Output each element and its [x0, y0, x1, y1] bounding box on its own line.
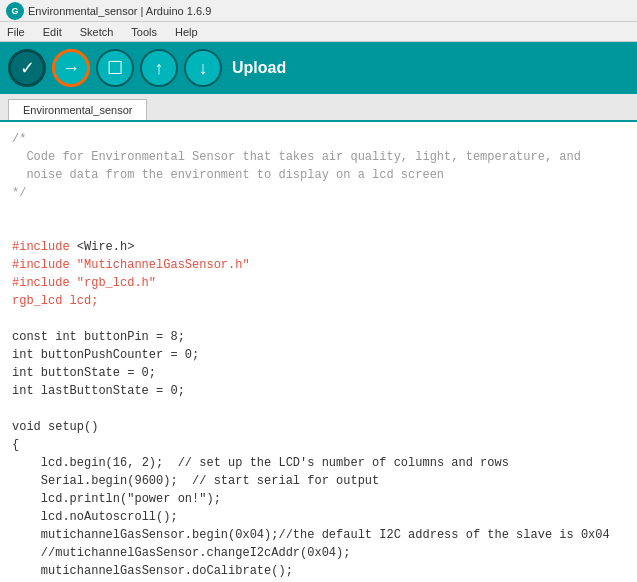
open-button[interactable]: ↑: [140, 49, 178, 87]
verify-button[interactable]: ✓: [8, 49, 46, 87]
code-vars: const int buttonPin = 8; int buttonPushC…: [12, 328, 625, 400]
code-spacer-4: [12, 400, 625, 418]
menu-help[interactable]: Help: [172, 25, 201, 39]
upload-arrow-icon: →: [62, 58, 80, 79]
app-logo: G: [6, 2, 24, 20]
title-bar-text: Environmental_sensor | Arduino 1.6.9: [28, 5, 211, 17]
save-icon: ↓: [199, 58, 208, 79]
open-icon: ↑: [155, 58, 164, 79]
code-spacer-3: [12, 310, 625, 328]
title-bar: G Environmental_sensor | Arduino 1.6.9: [0, 0, 637, 22]
code-comment-block: /* Code for Environmental Sensor that ta…: [12, 130, 625, 202]
tab-bar: Environmental_sensor: [0, 94, 637, 122]
new-icon: ☐: [107, 57, 123, 79]
file-tab[interactable]: Environmental_sensor: [8, 99, 147, 120]
toolbar: ✓ → ☐ ↑ ↓ Upload: [0, 42, 637, 94]
verify-icon: ✓: [20, 57, 35, 79]
upload-label: Upload: [232, 59, 286, 77]
menu-tools[interactable]: Tools: [128, 25, 160, 39]
upload-button[interactable]: →: [52, 49, 90, 87]
code-area: /* Code for Environmental Sensor that ta…: [0, 122, 637, 582]
menu-file[interactable]: File: [4, 25, 28, 39]
new-button[interactable]: ☐: [96, 49, 134, 87]
code-includes: #include <Wire.h> #include "MutichannelG…: [12, 238, 625, 310]
code-spacer-2: [12, 220, 625, 238]
menu-bar: File Edit Sketch Tools Help: [0, 22, 637, 42]
code-setup-sig: void setup() { lcd.begin(16, 2); // set …: [12, 418, 625, 582]
save-button[interactable]: ↓: [184, 49, 222, 87]
menu-sketch[interactable]: Sketch: [77, 25, 117, 39]
code-spacer-1: [12, 202, 625, 220]
menu-edit[interactable]: Edit: [40, 25, 65, 39]
